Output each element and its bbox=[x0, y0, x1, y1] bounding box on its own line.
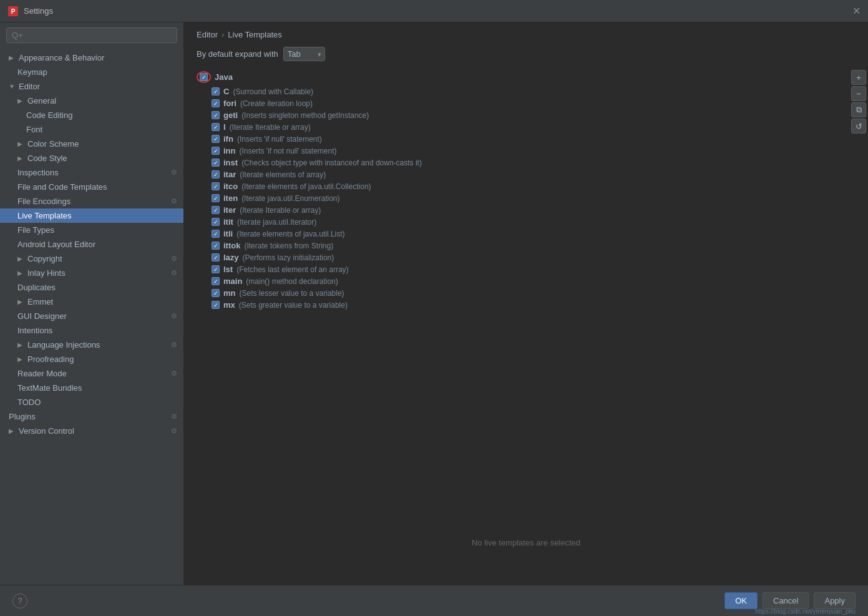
template-checkbox[interactable]: ✓ bbox=[212, 87, 220, 95]
sidebar-item-file-encodings[interactable]: File Encodings ⚙ bbox=[0, 194, 183, 208]
breadcrumb: Editor › Live Templates bbox=[184, 22, 868, 44]
java-group-label: Java bbox=[215, 72, 233, 82]
sidebar-item-todo[interactable]: TODO bbox=[0, 395, 183, 409]
revert-button[interactable]: ↺ bbox=[851, 119, 866, 134]
chevron-right-icon: ▶ bbox=[17, 356, 25, 363]
list-item[interactable]: ✓ itli (Iterate elements of java.util.Li… bbox=[197, 228, 849, 240]
sidebar-item-keymap[interactable]: Keymap bbox=[0, 65, 183, 79]
list-item[interactable]: ✓ ifn (Inserts 'if null' statement) bbox=[197, 133, 849, 145]
list-item[interactable]: ✓ itit (Iterate java.util.Iterator) bbox=[197, 216, 849, 228]
sidebar-item-code-style[interactable]: ▶ Code Style bbox=[0, 151, 183, 165]
sidebar-item-label: File Encodings bbox=[17, 197, 71, 206]
template-checkbox[interactable]: ✓ bbox=[212, 206, 220, 214]
apply-button[interactable]: Apply bbox=[814, 592, 856, 609]
sidebar-item-code-editing[interactable]: Code Editing bbox=[0, 108, 183, 122]
sidebar-item-editor[interactable]: ▼ Editor bbox=[0, 79, 183, 94]
template-checkbox[interactable]: ✓ bbox=[212, 170, 220, 178]
add-button[interactable]: + bbox=[851, 70, 866, 85]
list-item[interactable]: ✓ fori (Create iteration loop) bbox=[197, 97, 849, 109]
sidebar-item-copyright[interactable]: ▶ Copyright ⚙ bbox=[0, 252, 183, 266]
sidebar-item-intentions[interactable]: Intentions bbox=[0, 323, 183, 338]
sidebar-item-label: Version Control bbox=[19, 426, 74, 436]
copy-button[interactable]: ⧉ bbox=[851, 102, 866, 117]
sidebar-item-textmate-bundles[interactable]: TextMate Bundles bbox=[0, 381, 183, 395]
template-checkbox[interactable]: ✓ bbox=[212, 147, 220, 155]
template-checkbox[interactable]: ✓ bbox=[212, 194, 220, 202]
list-item[interactable]: ✓ itco (Iterate elements of java.util.Co… bbox=[197, 180, 849, 192]
sidebar-item-label: Code Editing bbox=[26, 110, 72, 120]
sidebar-item-general[interactable]: ▶ General bbox=[0, 94, 183, 108]
sidebar-item-label: Proofreading bbox=[27, 354, 74, 364]
template-checkbox[interactable]: ✓ bbox=[212, 123, 220, 131]
template-checkbox[interactable]: ✓ bbox=[212, 135, 220, 143]
list-item[interactable]: ✓ lazy (Performs lazy initialization) bbox=[197, 252, 849, 263]
chevron-right-icon: ▶ bbox=[17, 270, 25, 276]
template-desc: (Iterate java.util.Iterator) bbox=[237, 218, 316, 227]
remove-button[interactable]: − bbox=[851, 86, 866, 101]
sidebar-item-label: Color Scheme bbox=[27, 139, 79, 149]
sidebar-item-android-layout[interactable]: Android Layout Editor bbox=[0, 237, 183, 252]
template-desc: (Checks object type with instanceof and … bbox=[241, 159, 422, 167]
sidebar-item-gui-designer[interactable]: GUI Designer ⚙ bbox=[0, 309, 183, 323]
template-checkbox[interactable]: ✓ bbox=[212, 265, 220, 273]
sidebar-item-label: General bbox=[27, 96, 56, 105]
template-name: lst bbox=[223, 265, 233, 274]
list-item[interactable]: ✓ C (Surround with Callable) bbox=[197, 86, 849, 97]
sidebar-item-label: Code Style bbox=[27, 154, 67, 163]
sidebar-item-color-scheme[interactable]: ▶ Color Scheme bbox=[0, 137, 183, 151]
list-item[interactable]: ✓ ittok (Iterate tokens from String) bbox=[197, 240, 849, 252]
list-item[interactable]: ✓ lst (Fetches last element of an array) bbox=[197, 263, 849, 275]
template-checkbox[interactable]: ✓ bbox=[212, 218, 220, 226]
list-item[interactable]: ✓ inst (Checks object type with instance… bbox=[197, 157, 849, 169]
sidebar-item-language-injections[interactable]: ▶ Language Injections ⚙ bbox=[0, 338, 183, 352]
search-input[interactable] bbox=[6, 27, 177, 43]
sidebar-item-appearance[interactable]: ▶ Appearance & Behavior bbox=[0, 51, 183, 65]
sidebar-item-reader-mode[interactable]: Reader Mode ⚙ bbox=[0, 366, 183, 381]
sidebar-item-inspections[interactable]: Inspections ⚙ bbox=[0, 165, 183, 180]
sidebar-item-font[interactable]: Font bbox=[0, 122, 183, 137]
list-item[interactable]: ✓ inn (Inserts 'if not null' statement) bbox=[197, 145, 849, 157]
sidebar-item-file-types[interactable]: File Types bbox=[0, 223, 183, 237]
sidebar-item-file-code-templates[interactable]: File and Code Templates bbox=[0, 180, 183, 194]
sidebar-item-version-control[interactable]: ▶ Version Control ⚙ bbox=[0, 424, 183, 438]
template-checkbox[interactable]: ✓ bbox=[212, 230, 220, 238]
sidebar-item-emmet[interactable]: ▶ Emmet bbox=[0, 295, 183, 309]
side-action-buttons: + − ⧉ ↺ bbox=[849, 67, 868, 585]
sidebar-item-plugins[interactable]: Plugins ⚙ bbox=[0, 409, 183, 424]
template-desc: (Sets greater value to a variable) bbox=[239, 301, 348, 310]
list-item[interactable]: ✓ itar (Iterate elements of array) bbox=[197, 169, 849, 180]
settings-icon: ⚙ bbox=[171, 269, 177, 277]
close-button[interactable]: ✕ bbox=[852, 6, 861, 16]
template-checkbox[interactable]: ✓ bbox=[212, 253, 220, 262]
template-checkbox[interactable]: ✓ bbox=[212, 277, 220, 285]
sidebar-item-proofreading[interactable]: ▶ Proofreading bbox=[0, 352, 183, 366]
list-item[interactable]: ✓ iter (Iterate Iterable or array) bbox=[197, 204, 849, 216]
expand-select[interactable]: Tab Enter Space bbox=[283, 47, 325, 61]
list-item[interactable]: ✓ iten (Iterate java.util.Enumeration) bbox=[197, 192, 849, 204]
list-item[interactable]: ✓ main (main() method declaration) bbox=[197, 275, 849, 287]
template-checkbox[interactable]: ✓ bbox=[212, 182, 220, 190]
template-checkbox[interactable]: ✓ bbox=[212, 301, 220, 309]
java-group-header[interactable]: ✓ Java bbox=[197, 67, 849, 86]
cancel-button[interactable]: Cancel bbox=[763, 592, 809, 609]
list-item[interactable]: ✓ mx (Sets greater value to a variable) bbox=[197, 299, 849, 311]
template-name: ifn bbox=[223, 134, 233, 144]
chevron-right-icon: ▶ bbox=[17, 140, 25, 147]
no-selection-message: No live templates are selected bbox=[472, 538, 580, 547]
template-checkbox[interactable]: ✓ bbox=[212, 99, 220, 107]
template-name: geti bbox=[223, 110, 238, 120]
sidebar-item-live-templates[interactable]: Live Templates bbox=[0, 208, 183, 223]
templates-list: ✓ Java ✓ C (Surround with Callable) ✓ fo… bbox=[184, 67, 849, 585]
sidebar-item-inlay-hints[interactable]: ▶ Inlay Hints ⚙ bbox=[0, 266, 183, 280]
java-group-checkbox[interactable]: ✓ bbox=[200, 73, 208, 81]
list-item[interactable]: ✓ mn (Sets lesser value to a variable) bbox=[197, 287, 849, 299]
template-checkbox[interactable]: ✓ bbox=[212, 242, 220, 250]
template-checkbox[interactable]: ✓ bbox=[212, 159, 220, 167]
ok-button[interactable]: OK bbox=[724, 592, 758, 609]
list-item[interactable]: ✓ geti (Inserts singleton method getInst… bbox=[197, 109, 849, 121]
template-checkbox[interactable]: ✓ bbox=[212, 289, 220, 297]
template-checkbox[interactable]: ✓ bbox=[212, 111, 220, 119]
sidebar-item-duplicates[interactable]: Duplicates bbox=[0, 280, 183, 295]
list-item[interactable]: ✓ I (Iterate Iterable or array) bbox=[197, 121, 849, 133]
help-button[interactable]: ? bbox=[12, 594, 27, 609]
